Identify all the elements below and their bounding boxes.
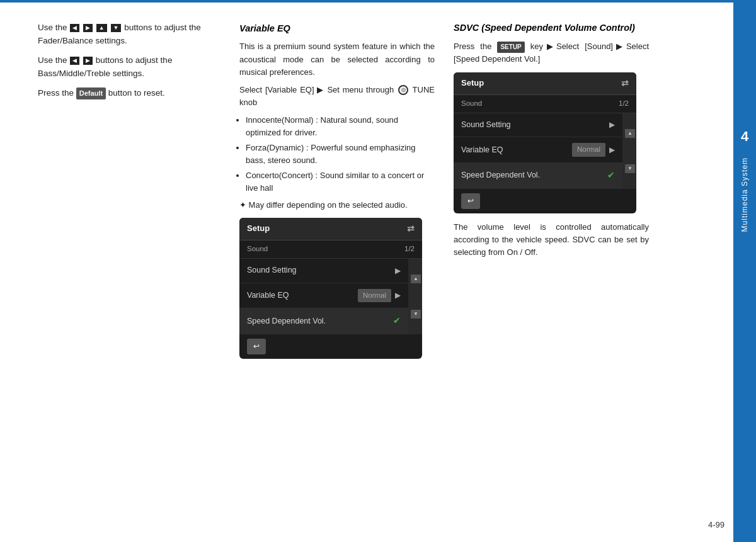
right-row-variable-arrow: ▶ [609,144,615,156]
variable-eq-bullets: Innocente(Normal) : Natural sound, sound… [246,114,435,194]
left-para2: Use the ◀ ▶ buttons to adjust the Bass/M… [38,54,220,81]
middle-row-variable-value: Normal [358,289,391,303]
middle-scroll-up[interactable]: ▲ [411,274,421,283]
middle-subtitle-sound: Sound [247,244,268,255]
right-row-sound-arrow: ▶ [609,119,615,131]
variable-eq-para2: Select [Variable EQ] ▶ Set menu through … [239,84,435,109]
side-tab-number: 4 [741,128,748,145]
icon-up: ▲ [96,24,107,32]
icon-left: ◀ [70,24,79,32]
right-setup-screen: Setup ⇄ Sound 1/2 Sound Setting ▶ Variab… [454,72,636,213]
right-setup-title: Setup [461,77,484,89]
middle-usb-icon: ⇄ [407,222,415,236]
right-row-speed-label: Speed Dependent Vol. [461,169,607,181]
icon-down: ▼ [111,24,122,32]
page-number: 4-99 [708,520,724,529]
middle-setup-screen: Setup ⇄ Sound 1/2 Sound Setting ▶ Variab… [239,218,422,359]
middle-row-variable-label: Variable EQ [247,290,358,302]
variable-eq-note: ✦ May differ depending on the selected a… [239,199,435,212]
variable-eq-para1: This is a premium sound system feature i… [239,40,435,78]
middle-row-sound-setting: Sound Setting ▶ [239,259,408,283]
right-setup-footer: ↩ [454,189,636,213]
middle-setup-subtitle: Sound 1/2 [239,240,422,259]
right-back-btn[interactable]: ↩ [461,193,480,209]
right-setup-subtitle: Sound 1/2 [454,95,636,113]
icon-left2: ◀ [70,57,79,65]
bullet-concerto: Concerto(Concert) : Sound similar to a c… [246,169,435,194]
middle-setup-footer: ↩ [239,334,422,359]
right-column: SDVC (Speed Dependent Volume Control) Pr… [454,21,649,529]
right-setup-header: Setup ⇄ [454,72,636,96]
middle-back-btn[interactable]: ↩ [247,339,266,354]
middle-row-speed: Speed Dependent Vol. ✔ [239,308,408,334]
right-scroll-up[interactable]: ▲ [625,129,635,138]
right-usb-icon: ⇄ [621,77,629,91]
tune-knob-icon: ◎ [398,85,408,95]
side-tab: 4 Multimedia System [733,3,756,542]
side-tab-text: Multimedia System [740,157,749,232]
right-row-sound-setting: Sound Setting ▶ [454,113,622,137]
right-scroll-down[interactable]: ▼ [625,164,635,173]
right-row-variable-label: Variable EQ [461,144,572,156]
sdvc-description: The volume level is controlled automatic… [454,221,649,259]
sdvc-heading: SDVC (Speed Dependent Volume Control) [454,21,649,34]
left-para3: Press the Default button to reset. [38,87,220,100]
setup-key: SETUP [497,42,524,53]
left-para1: Use the ◀ ▶ ▲ ▼ buttons to adjust the Fa… [38,21,220,48]
bullet-forza: Forza(Dynamic) : Powerful sound emphasiz… [246,142,435,166]
right-subtitle-sound: Sound [461,98,482,110]
right-row-speed-check: ✔ [607,169,615,183]
middle-row-sound-arrow: ▶ [395,265,401,277]
icon-right: ▶ [83,24,93,32]
middle-row-variable-eq: Variable EQ Normal ▶ [239,283,408,309]
right-row-variable-eq: Variable EQ Normal ▶ [454,137,622,163]
right-subtitle-page: 1/2 [619,98,629,110]
right-row-speed: Speed Dependent Vol. ✔ [454,163,622,189]
middle-row-speed-check: ✔ [393,314,401,328]
right-row-sound-label: Sound Setting [461,119,609,131]
middle-scroll-down[interactable]: ▼ [411,310,421,319]
middle-subtitle-page: 1/2 [404,244,415,255]
variable-eq-heading: Variable EQ [239,21,435,35]
right-row-variable-value: Normal [572,143,605,157]
middle-row-sound-label: Sound Setting [247,264,395,276]
left-column: Use the ◀ ▶ ▲ ▼ buttons to adjust the Fa… [38,21,220,529]
middle-setup-title: Setup [247,222,270,235]
middle-column: Variable EQ This is a premium sound syst… [239,21,435,529]
sdvc-intro: Press the SETUP key▶Select [Sound]▶Selec… [454,40,649,65]
middle-setup-header: Setup ⇄ [239,218,422,241]
middle-row-speed-label: Speed Dependent Vol. [247,315,393,327]
middle-row-variable-arrow: ▶ [395,290,401,302]
default-button-label: Default [76,88,106,99]
icon-right2: ▶ [83,57,93,65]
bullet-innocente: Innocente(Normal) : Natural sound, sound… [246,114,435,138]
